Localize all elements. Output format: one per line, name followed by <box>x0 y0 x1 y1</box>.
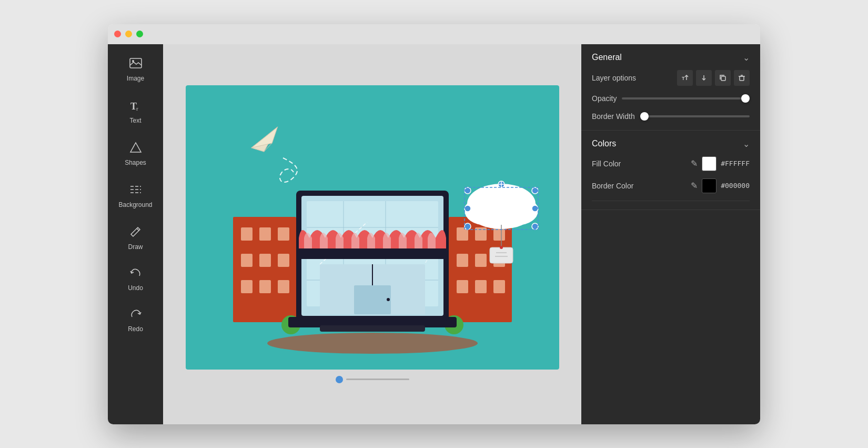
maximize-button[interactable] <box>136 31 143 37</box>
sidebar-item-redo[interactable]: Redo <box>108 300 163 341</box>
fill-color-edit-icon[interactable]: ✎ <box>691 158 698 168</box>
border-color-hex: #000000 <box>721 182 750 190</box>
svg-point-74 <box>532 223 538 230</box>
bw-thumb[interactable] <box>640 112 649 121</box>
svg-rect-0 <box>130 58 142 68</box>
opacity-slider[interactable] <box>622 93 750 104</box>
border-color-swatch[interactable] <box>702 178 716 193</box>
opacity-track <box>622 97 750 99</box>
svg-rect-54 <box>354 285 391 314</box>
scroll-track <box>346 379 409 380</box>
bw-track <box>640 115 750 117</box>
layer-options-label: Layer options <box>592 74 636 82</box>
layer-btn-copy[interactable] <box>715 70 731 86</box>
svg-marker-4 <box>130 143 141 152</box>
opacity-thumb[interactable] <box>741 94 750 103</box>
svg-rect-36 <box>493 280 505 293</box>
layer-btn-down[interactable] <box>696 70 712 86</box>
canvas-wrapper[interactable] <box>186 85 559 370</box>
border-width-label: Border Width <box>592 112 635 121</box>
layer-btn-text-up[interactable]: T <box>677 70 693 86</box>
shapes-label: Shapes <box>125 159 146 166</box>
sidebar: Image T r Text Shapes <box>108 44 163 424</box>
svg-rect-34 <box>457 280 468 293</box>
app-window: Image T r Text Shapes <box>108 24 760 424</box>
fill-color-row: Fill Color ✎ #FFFFFF <box>592 156 750 171</box>
svg-rect-19 <box>259 227 271 241</box>
svg-rect-24 <box>241 280 253 293</box>
sidebar-item-background[interactable]: Background <box>108 175 163 217</box>
sidebar-item-draw[interactable]: Draw <box>108 217 163 259</box>
sidebar-item-text[interactable]: T r Text <box>108 91 163 133</box>
colors-divider <box>592 201 750 201</box>
redo-label: Redo <box>128 325 143 333</box>
svg-rect-40 <box>320 325 425 332</box>
scroll-indicator-active[interactable] <box>336 376 343 383</box>
close-button[interactable] <box>114 31 121 37</box>
draw-label: Draw <box>128 243 143 251</box>
svg-text:T: T <box>682 76 685 81</box>
svg-text:r: r <box>136 105 138 112</box>
shapes-icon <box>129 141 142 156</box>
general-chevron-icon: ⌄ <box>743 53 750 63</box>
border-width-slider[interactable] <box>640 111 750 122</box>
svg-rect-26 <box>278 280 289 293</box>
svg-point-73 <box>465 223 471 230</box>
redo-icon <box>129 308 142 322</box>
canvas-area <box>163 44 581 424</box>
traffic-lights <box>114 31 143 37</box>
svg-point-72 <box>532 187 538 194</box>
svg-rect-20 <box>278 227 289 241</box>
layer-btn-delete[interactable] <box>734 70 750 86</box>
general-title: General <box>592 53 622 62</box>
colors-chevron-icon: ⌄ <box>743 139 750 149</box>
titlebar <box>108 24 760 44</box>
sidebar-item-undo[interactable]: Undo <box>108 259 163 300</box>
minimize-button[interactable] <box>125 31 132 37</box>
background-label: Background <box>118 201 152 208</box>
fill-color-label: Fill Color <box>592 160 621 168</box>
sidebar-item-shapes[interactable]: Shapes <box>108 133 163 175</box>
svg-point-75 <box>465 205 471 212</box>
opacity-row: Opacity <box>592 93 750 104</box>
border-color-edit-icon[interactable]: ✎ <box>691 181 698 191</box>
right-panel: General ⌄ Layer options T <box>581 44 760 424</box>
text-icon: T r <box>129 99 142 114</box>
text-label: Text <box>129 117 141 124</box>
general-section: General ⌄ Layer options T <box>581 44 760 131</box>
svg-rect-82 <box>740 76 744 81</box>
border-color-controls: ✎ #000000 <box>691 178 750 193</box>
layer-option-buttons: T <box>677 70 750 86</box>
svg-rect-32 <box>475 254 487 267</box>
svg-point-16 <box>267 333 478 354</box>
svg-rect-81 <box>721 76 725 81</box>
svg-rect-31 <box>457 254 468 267</box>
svg-rect-25 <box>259 280 271 293</box>
svg-point-65 <box>500 246 503 249</box>
canvas-indicator <box>336 376 409 383</box>
svg-point-71 <box>465 187 471 194</box>
svg-point-55 <box>387 298 390 301</box>
svg-rect-21 <box>241 254 253 267</box>
colors-section: Colors ⌄ Fill Color ✎ #FFFFFF Border Col… <box>581 131 760 210</box>
border-color-row: Border Color ✎ #000000 <box>592 178 750 193</box>
sidebar-item-image[interactable]: Image <box>108 49 163 91</box>
background-icon <box>129 183 142 198</box>
layer-options-row: Layer options T <box>592 70 750 86</box>
svg-line-14 <box>137 228 139 231</box>
draw-icon <box>129 225 142 240</box>
fill-color-hex: #FFFFFF <box>721 160 750 167</box>
svg-rect-22 <box>259 254 271 267</box>
svg-rect-18 <box>241 227 253 241</box>
border-color-label: Border Color <box>592 182 633 190</box>
general-section-header[interactable]: General ⌄ <box>592 53 750 63</box>
svg-rect-23 <box>278 254 289 267</box>
fill-color-controls: ✎ #FFFFFF <box>691 156 750 171</box>
svg-rect-35 <box>475 280 487 293</box>
image-icon <box>129 58 142 72</box>
image-label: Image <box>127 75 144 82</box>
fill-color-swatch[interactable] <box>702 156 716 171</box>
colors-section-header[interactable]: Colors ⌄ <box>592 139 750 149</box>
undo-icon <box>129 267 142 281</box>
border-width-row: Border Width <box>592 111 750 122</box>
